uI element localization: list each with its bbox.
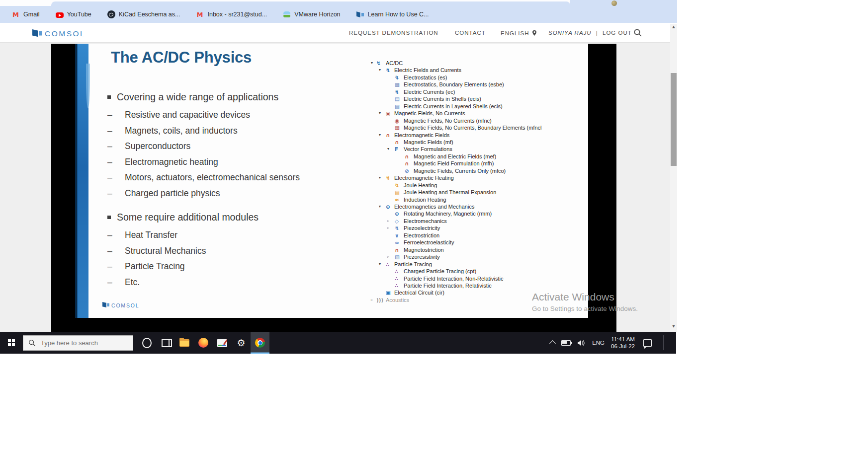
battery-icon[interactable] <box>561 340 571 346</box>
speaker-icon[interactable] <box>577 339 586 347</box>
page-content: The AC/DC Physics Covering a wide range … <box>0 43 677 332</box>
bookmark-item[interactable]: VMware Horizon <box>283 10 340 18</box>
expanded-arrow-icon: ▾ <box>379 132 381 139</box>
physics-interface-tree: ▾↯AC/DC▾↯Electric Fields and Currents↯El… <box>84 44 588 318</box>
system-tray: ENG 11:41 AM 06-Jul-22 <box>550 332 676 354</box>
particle-tracing-icon: ∴ <box>386 261 389 268</box>
logout-link[interactable]: LOG OUT <box>603 30 632 36</box>
nav-request-demonstration[interactable]: REQUEST DEMONSTRATION <box>349 30 438 36</box>
scrollbar-thumb[interactable] <box>671 73 677 166</box>
bookmark-item[interactable]: Inbox - sr231@stud... <box>196 10 267 18</box>
magnetostriction-icon: ∩ <box>395 246 399 253</box>
currents-shells-icon: ▤ <box>395 95 400 102</box>
acdc-icon: ↯ <box>376 60 381 67</box>
firefox-taskbar-button[interactable] <box>194 332 213 354</box>
browser-tab[interactable] <box>51 1 570 6</box>
show-desktop-button[interactable] <box>670 332 673 354</box>
account-separator: | <box>596 30 598 36</box>
tray-expand-icon[interactable] <box>549 340 556 347</box>
presentation-video[interactable]: The AC/DC Physics Covering a wide range … <box>51 44 616 332</box>
location-pin-icon <box>532 30 537 36</box>
action-center-icon[interactable] <box>643 339 652 347</box>
file-explorer-taskbar-button[interactable] <box>175 332 194 354</box>
magnetic-field-formulation-icon: ∩ <box>405 160 409 167</box>
nav-contact[interactable]: CONTACT <box>455 30 486 36</box>
settings-icon: ⚙ <box>237 337 245 348</box>
cortana-icon <box>142 338 152 348</box>
screen-tool-taskbar-button[interactable] <box>213 332 232 354</box>
file-explorer-icon <box>179 339 189 347</box>
tree-item-label: Ferroelectroelasticity <box>404 239 454 246</box>
tree-item-label: Induction Heating <box>404 196 446 203</box>
tree-item-label: Magnetic Fields (mf) <box>404 139 453 146</box>
charged-particle-tracing-icon: ∴ <box>395 268 398 275</box>
tree-item-label: AC/DC <box>386 60 403 67</box>
slide: The AC/DC Physics Covering a wide range … <box>84 44 588 318</box>
search-input[interactable] <box>40 339 126 347</box>
tree-item-label: Electric Currents in Layered Shells (eci… <box>404 103 503 110</box>
slide-footer-logo: COMSOL <box>102 301 147 311</box>
bookmark-label: Learn How to Use C... <box>368 11 429 18</box>
tree-item-label: Magnetostriction <box>404 246 444 253</box>
bookmark-item[interactable]: YouTube <box>56 11 91 18</box>
joule-thermal-expansion-icon: ▤ <box>395 189 400 196</box>
profile-avatar-icon[interactable] <box>611 0 617 6</box>
windows-logo-icon <box>8 339 11 342</box>
joule-heating-icon: ↯ <box>395 182 399 189</box>
tree-item-label: Piezoresistivity <box>404 253 440 260</box>
chrome-icon <box>255 338 265 348</box>
tree-item-label: Electrostatics (es) <box>404 74 447 81</box>
acoustics-icon: ))) <box>376 297 383 303</box>
expanded-arrow-icon: ▾ <box>379 110 381 117</box>
expanded-arrow-icon: ▾ <box>379 67 381 74</box>
clock[interactable]: 11:41 AM 06-Jul-22 <box>611 336 635 350</box>
bookmark-item[interactable]: KiCad Eeschema as... <box>107 10 180 18</box>
rotating-machinery-icon: ⊙ <box>395 210 399 217</box>
bookmarks-bar: GmailYouTubeKiCad Eeschema as...Inbox - … <box>0 6 677 23</box>
comsol-logo[interactable]: COMSOL <box>31 27 95 38</box>
nav-language[interactable]: ENGLISH <box>501 30 537 36</box>
comsol-logo-icon: COMSOL <box>31 27 95 38</box>
bookmark-label: YouTube <box>67 11 91 18</box>
expanded-arrow-icon: ▾ <box>379 261 381 268</box>
settings-taskbar-button[interactable]: ⚙ <box>232 332 251 354</box>
language-indicator[interactable]: ENG <box>592 340 605 346</box>
tree-item-label: Particle Tracing <box>394 261 432 268</box>
scrollbar-up-arrow[interactable]: ▲ <box>670 24 677 30</box>
tree-item-label: Electric Currents in Shells (ecis) <box>404 95 481 102</box>
tree-item-label: Electromechanics <box>404 218 447 225</box>
magnetic-no-currents-icon: ◉ <box>386 110 390 117</box>
search-magnifier-icon <box>28 339 36 347</box>
comsol-icon <box>356 10 364 18</box>
tree-item-label: Rotating Machinery, Magnetic (rmm) <box>404 210 492 217</box>
bookmark-label: Gmail <box>23 11 40 18</box>
electrostatics-boundary-icon: ▦ <box>395 81 400 88</box>
chrome-taskbar-button[interactable] <box>251 332 269 354</box>
account-menu[interactable]: SONIYA RAJU | LOG OUT <box>548 30 632 36</box>
bookmark-item[interactable]: Learn How to Use C... <box>356 10 429 18</box>
electrostriction-icon: ∨ <box>395 232 399 239</box>
svg-text:COMSOL: COMSOL <box>45 29 86 38</box>
tree-item-label: Acoustics <box>386 297 409 303</box>
start-button[interactable] <box>0 332 23 354</box>
taskbar-search-box[interactable] <box>23 335 133 351</box>
tree-item-label: Magnetic Fields, Currents Only (mfco) <box>414 167 506 174</box>
search-icon[interactable] <box>633 28 642 37</box>
task-view-taskbar-button[interactable] <box>156 332 175 354</box>
windows-taskbar: ⚙ ENG 11:41 AM 06-Jul-22 <box>0 332 676 354</box>
magnetic-electric-fields-icon: ∩ <box>405 153 409 160</box>
page-scrollbar[interactable]: ▲ ▼ <box>670 24 677 332</box>
youtube-icon <box>56 12 64 18</box>
expanded-arrow-icon: ▾ <box>379 203 381 210</box>
electromechanics-icon: ◇ <box>395 218 399 225</box>
tree-item-label: Electrostatics, Boundary Elements (esbe) <box>404 81 504 88</box>
account-username: SONIYA RAJU <box>548 30 592 36</box>
inbox-icon <box>196 10 204 18</box>
bookmark-item[interactable]: Gmail <box>12 10 40 18</box>
tree-item-label: Particle Field Interaction, Non-Relativi… <box>404 275 504 282</box>
currents-layered-shells-icon: ▤ <box>395 103 400 110</box>
cortana-taskbar-button[interactable] <box>137 332 156 354</box>
electric-fields-currents-icon: ↯ <box>386 67 390 74</box>
scrollbar-down-arrow[interactable]: ▼ <box>670 323 677 330</box>
collapsed-arrow-icon: ▹ <box>371 297 373 303</box>
